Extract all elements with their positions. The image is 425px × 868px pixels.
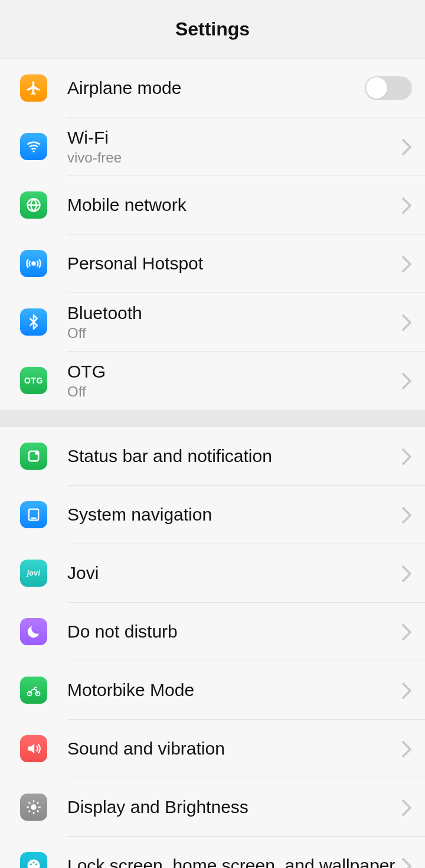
chevron-right-icon: [401, 565, 412, 581]
row-text: Airplane mode: [67, 77, 365, 99]
svg-line-14: [29, 802, 30, 804]
row-label: OTG: [67, 361, 395, 382]
row-text: Personal Hotspot: [67, 253, 395, 274]
settings-row-sound-vibration[interactable]: Sound and vibration: [0, 720, 425, 778]
settings-row-airplane-mode[interactable]: Airplane mode: [0, 59, 425, 117]
chevron-right-icon: [401, 138, 412, 155]
row-text: Jovi: [67, 563, 395, 584]
bluetooth-icon: [20, 308, 47, 336]
row-label: Mobile network: [67, 194, 395, 216]
settings-list: Airplane modeWi-Fivivo-freeMobile networ…: [0, 59, 425, 868]
row-text: Do not disturb: [67, 621, 395, 642]
chevron-right-icon: [401, 448, 412, 464]
row-sublabel: Off: [67, 383, 395, 400]
svg-point-0: [32, 151, 34, 152]
row-label: Bluetooth: [67, 303, 395, 324]
svg-point-18: [30, 863, 32, 865]
svg-point-4: [36, 451, 39, 454]
chevron-right-icon: [401, 506, 412, 523]
svg-line-17: [37, 802, 38, 804]
settings-row-do-not-disturb[interactable]: Do not disturb: [0, 603, 425, 661]
sound-icon: [20, 735, 47, 762]
row-label: Motorbike Mode: [67, 680, 395, 701]
section-gap: [0, 409, 425, 427]
svg-point-19: [32, 862, 34, 863]
row-text: Lock screen, home screen, and wallpaper: [67, 855, 395, 868]
settings-row-personal-hotspot[interactable]: Personal Hotspot: [0, 235, 425, 292]
row-sublabel: vivo-free: [67, 149, 395, 166]
chevron-right-icon: [401, 623, 412, 640]
palette-icon: [20, 852, 47, 868]
chevron-right-icon: [401, 740, 412, 757]
row-text: Motorbike Mode: [67, 680, 395, 701]
row-text: Status bar and notification: [67, 446, 395, 467]
settings-row-status-bar-notification[interactable]: Status bar and notification: [0, 427, 425, 485]
row-label: Sound and vibration: [67, 738, 395, 759]
settings-row-otg[interactable]: OTGOTGOff: [0, 352, 425, 409]
row-label: Wi-Fi: [67, 127, 395, 148]
svg-point-2: [32, 262, 35, 265]
settings-row-motorbike-mode[interactable]: Motorbike Mode: [0, 661, 425, 719]
navigation-icon: [20, 501, 47, 528]
svg-point-8: [36, 691, 40, 695]
chevron-right-icon: [401, 682, 412, 698]
svg-line-15: [37, 811, 38, 812]
brightness-icon: [20, 794, 47, 821]
row-label: System navigation: [67, 504, 395, 525]
chevron-right-icon: [401, 255, 412, 272]
page-title: Settings: [175, 18, 250, 40]
row-text: Sound and vibration: [67, 738, 395, 759]
row-label: Do not disturb: [67, 621, 395, 642]
motorbike-icon: [20, 677, 47, 704]
hotspot-icon: [20, 250, 47, 277]
row-text: Wi-Fivivo-free: [67, 127, 395, 166]
svg-point-20: [35, 863, 37, 865]
row-text: BluetoothOff: [67, 303, 395, 342]
settings-section: Status bar and notificationSystem naviga…: [0, 427, 425, 868]
notification-icon: [20, 443, 47, 470]
row-text: System navigation: [67, 504, 395, 525]
moon-icon: [20, 618, 47, 645]
row-label: Personal Hotspot: [67, 253, 395, 274]
chevron-right-icon: [401, 372, 412, 389]
toggle-knob: [366, 77, 387, 99]
globe-icon: [20, 191, 47, 219]
svg-point-9: [31, 804, 36, 810]
settings-row-display-brightness[interactable]: Display and Brightness: [0, 778, 425, 836]
chevron-right-icon: [401, 314, 412, 330]
jovi-icon: Jovi: [20, 560, 47, 587]
row-text: Mobile network: [67, 194, 395, 216]
settings-row-lock-home-wallpaper[interactable]: Lock screen, home screen, and wallpaper: [0, 837, 425, 868]
row-label: Lock screen, home screen, and wallpaper: [67, 855, 395, 868]
row-label: Display and Brightness: [67, 797, 395, 818]
settings-row-bluetooth[interactable]: BluetoothOff: [0, 293, 425, 351]
row-label: Airplane mode: [67, 77, 365, 99]
row-sublabel: Off: [67, 325, 395, 342]
toggle-airplane-mode[interactable]: [365, 76, 412, 100]
settings-row-system-navigation[interactable]: System navigation: [0, 486, 425, 544]
chevron-right-icon: [401, 799, 412, 815]
row-text: Display and Brightness: [67, 797, 395, 818]
chevron-right-icon: [401, 857, 412, 868]
header: Settings: [0, 0, 425, 59]
svg-line-16: [29, 811, 30, 812]
otg-icon: OTG: [20, 367, 47, 394]
row-label: Status bar and notification: [67, 446, 395, 467]
settings-section: Airplane modeWi-Fivivo-freeMobile networ…: [0, 59, 425, 409]
chevron-right-icon: [401, 197, 412, 213]
wifi-icon: [20, 133, 47, 160]
settings-row-mobile-network[interactable]: Mobile network: [0, 176, 425, 234]
settings-row-wifi[interactable]: Wi-Fivivo-free: [0, 118, 425, 175]
settings-row-jovi[interactable]: JoviJovi: [0, 544, 425, 602]
row-text: OTGOff: [67, 361, 395, 400]
airplane-icon: [20, 74, 47, 102]
row-label: Jovi: [67, 563, 395, 584]
